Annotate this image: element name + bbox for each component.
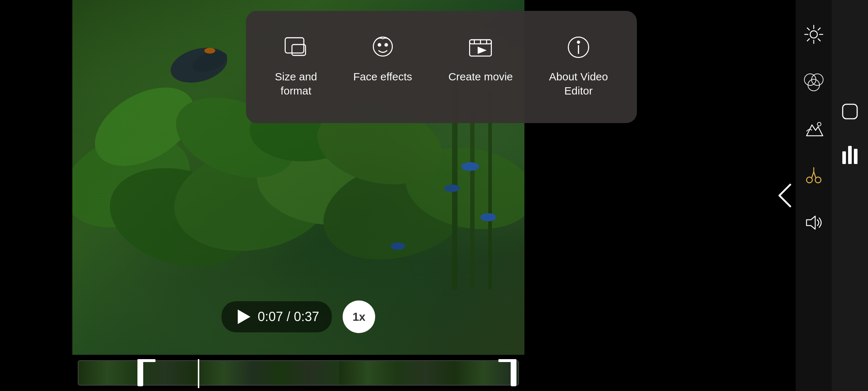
svg-line-51 [814, 172, 816, 178]
svg-point-19 [204, 48, 215, 54]
volume-button[interactable] [801, 210, 826, 235]
svg-rect-13 [470, 109, 475, 290]
menu-item-size-format[interactable]: Size andformat [257, 25, 335, 105]
far-right-toolbar [832, 0, 868, 391]
speed-text: 1x [353, 310, 366, 324]
rounded-square-icon [841, 102, 859, 121]
svg-line-50 [812, 172, 814, 178]
create-movie-icon [466, 33, 495, 62]
volume-icon [803, 212, 825, 234]
menu-label-about: About VideoEditor [549, 70, 608, 98]
retouch-button[interactable] [801, 116, 826, 141]
menu-item-face-effects[interactable]: Face effects [335, 25, 430, 105]
menu-item-create-movie[interactable]: Create movie [430, 25, 531, 105]
time-display: 0:07 / 0:37 [258, 309, 319, 324]
timeline-playhead[interactable] [198, 359, 199, 388]
svg-point-18 [480, 213, 496, 221]
color-filter-button[interactable] [801, 69, 826, 94]
svg-point-47 [817, 122, 821, 126]
playback-controls: 0:07 / 0:37 1x [221, 300, 375, 333]
speed-button[interactable]: 1x [343, 300, 375, 333]
play-button[interactable] [234, 308, 252, 326]
svg-line-43 [807, 39, 809, 41]
square-button[interactable] [840, 101, 860, 121]
left-area [0, 0, 72, 391]
bar-1 [842, 151, 846, 164]
brightness-button[interactable] [801, 22, 826, 47]
brightness-icon [803, 24, 825, 45]
svg-point-17 [391, 243, 405, 250]
retouch-icon [803, 118, 825, 139]
back-button[interactable] [772, 183, 797, 208]
color-filter-icon [803, 71, 825, 92]
svg-point-25 [385, 43, 388, 46]
menu-item-about[interactable]: About VideoEditor [531, 25, 626, 105]
svg-rect-54 [843, 104, 857, 119]
about-icon [564, 33, 593, 62]
face-effects-icon [368, 33, 397, 62]
svg-point-35 [810, 31, 817, 38]
dropdown-menu: Size andformat Face effects [246, 11, 637, 123]
timeline-container [72, 355, 524, 391]
svg-point-24 [378, 43, 381, 46]
svg-point-15 [461, 162, 479, 171]
svg-marker-53 [807, 216, 815, 229]
bars-button[interactable] [840, 145, 860, 165]
menu-label-face-effects: Face effects [353, 70, 412, 84]
svg-line-42 [818, 28, 820, 30]
time-separator: / [287, 309, 294, 324]
timeline-track[interactable] [78, 360, 519, 387]
right-toolbar [796, 0, 832, 391]
back-chevron-icon [776, 181, 794, 210]
bars-icon [842, 146, 858, 164]
svg-line-41 [818, 39, 820, 41]
scissors-icon [803, 165, 825, 186]
menu-label-create-movie: Create movie [448, 70, 513, 84]
current-time: 0:07 [258, 309, 283, 324]
timeline-handle-left[interactable] [137, 361, 143, 386]
total-time: 0:37 [294, 309, 319, 324]
timeline-handle-right[interactable] [511, 361, 516, 386]
svg-line-40 [807, 28, 809, 30]
svg-point-34 [577, 41, 580, 43]
timeline-filmstrip[interactable] [78, 360, 519, 386]
bar-2 [848, 146, 852, 164]
svg-point-16 [444, 185, 460, 192]
play-time-container: 0:07 / 0:37 [221, 301, 332, 332]
menu-label-size-format: Size andformat [275, 70, 317, 98]
svg-marker-31 [478, 47, 486, 53]
bar-3 [854, 149, 858, 164]
size-format-icon [281, 33, 310, 62]
cut-button[interactable] [801, 163, 826, 188]
play-icon [238, 310, 250, 324]
svg-rect-20 [285, 38, 304, 53]
